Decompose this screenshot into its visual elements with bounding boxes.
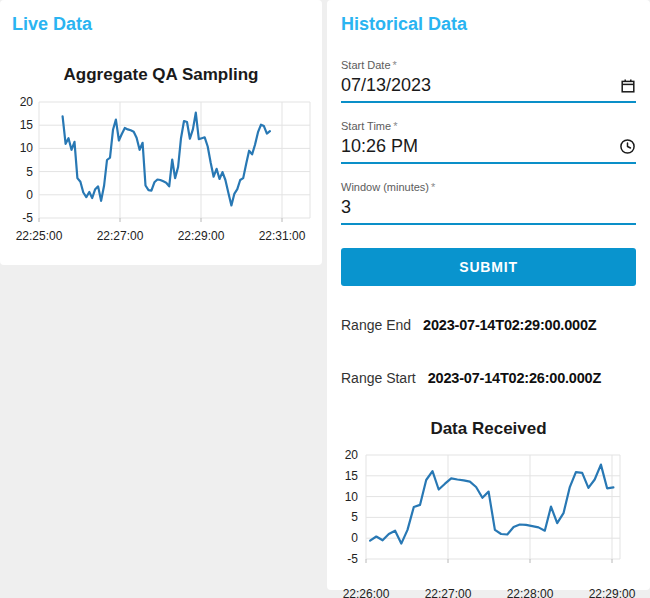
start-time-input[interactable]	[341, 136, 614, 157]
svg-text:22:26:00: 22:26:00	[343, 587, 390, 598]
range-start-value: 2023-07-14T02:26:00.000Z	[428, 370, 601, 386]
svg-text:-5: -5	[22, 211, 33, 225]
historical-data-panel: Historical Data Start Date* Sta	[327, 0, 650, 590]
start-date-input[interactable]	[341, 75, 614, 96]
window-minutes-input[interactable]	[341, 197, 636, 218]
required-asterisk: *	[393, 120, 397, 132]
svg-text:-5: -5	[347, 552, 358, 566]
live-data-panel: Live Data Aggregate QA Sampling 20151050…	[0, 0, 322, 265]
svg-text:22:29:00: 22:29:00	[178, 229, 225, 243]
required-asterisk: *	[431, 181, 435, 193]
live-data-heading: Live Data	[12, 14, 322, 35]
range-end-value: 2023-07-14T02:29:00.000Z	[423, 317, 596, 333]
time-picker-button[interactable]	[614, 137, 636, 157]
svg-text:22:27:00: 22:27:00	[425, 587, 472, 598]
svg-text:22:29:00: 22:29:00	[589, 587, 636, 598]
range-end-label: Range End	[341, 317, 411, 333]
start-date-label: Start Date	[341, 59, 391, 71]
svg-text:10: 10	[20, 141, 34, 155]
svg-text:10: 10	[345, 490, 359, 504]
historical-data-heading: Historical Data	[341, 0, 636, 35]
svg-text:22:28:00: 22:28:00	[507, 587, 554, 598]
svg-text:20: 20	[20, 95, 34, 109]
required-asterisk: *	[393, 59, 397, 71]
start-date-field: Start Date*	[341, 58, 636, 103]
svg-text:15: 15	[20, 118, 34, 132]
data-received-chart-title: Data Received	[341, 419, 636, 439]
aggregate-qa-chart-title: Aggregate QA Sampling	[0, 65, 322, 85]
svg-text:0: 0	[351, 531, 358, 545]
svg-text:22:31:00: 22:31:00	[259, 229, 306, 243]
range-start-label: Range Start	[341, 370, 416, 386]
window-minutes-field: Window (minutes)*	[341, 180, 636, 225]
clock-icon	[619, 138, 636, 155]
start-time-label: Start Time	[341, 120, 391, 132]
calendar-icon	[620, 78, 636, 94]
svg-text:5: 5	[351, 510, 358, 524]
range-end-row: Range End 2023-07-14T02:29:00.000Z	[341, 317, 636, 333]
aggregate-qa-chart: 20151050-522:25:0022:27:0022:29:0022:31:…	[0, 89, 322, 247]
svg-text:22:25:00: 22:25:00	[16, 229, 63, 243]
svg-text:20: 20	[345, 448, 359, 462]
window-minutes-label: Window (minutes)	[341, 181, 429, 193]
svg-text:15: 15	[345, 469, 359, 483]
data-received-chart: 20151050-522:26:0022:27:0022:28:0022:29:…	[327, 446, 650, 598]
start-time-field: Start Time*	[341, 119, 636, 164]
svg-text:0: 0	[26, 188, 33, 202]
date-picker-button[interactable]	[614, 76, 636, 96]
svg-text:5: 5	[26, 165, 33, 179]
dashboard-page: Live Data Aggregate QA Sampling 20151050…	[0, 0, 650, 590]
range-start-row: Range Start 2023-07-14T02:26:00.000Z	[341, 370, 636, 386]
submit-button[interactable]: SUBMIT	[341, 248, 636, 286]
svg-text:22:27:00: 22:27:00	[97, 229, 144, 243]
